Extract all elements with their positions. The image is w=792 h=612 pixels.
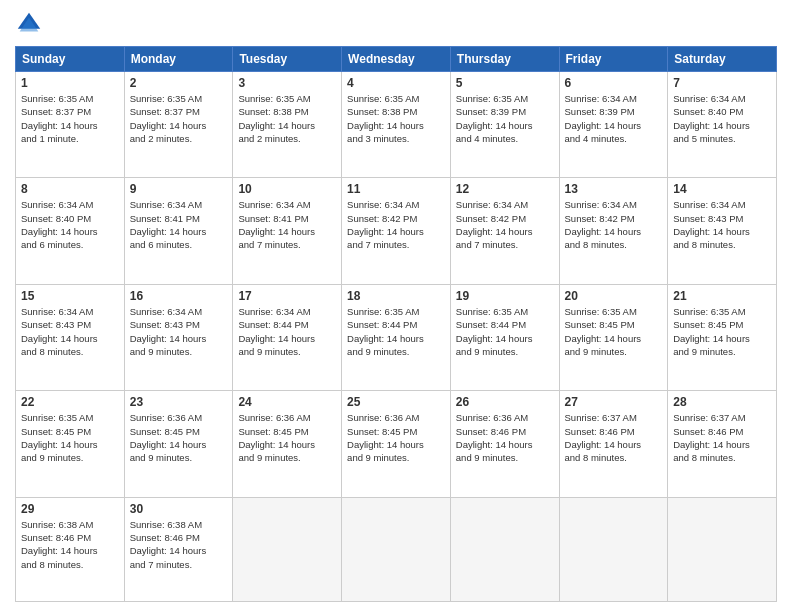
calendar-day-cell bbox=[450, 497, 559, 601]
calendar-week-row: 22Sunrise: 6:35 AM Sunset: 8:45 PM Dayli… bbox=[16, 391, 777, 497]
calendar-header-friday: Friday bbox=[559, 47, 668, 72]
day-number: 23 bbox=[130, 395, 228, 409]
day-number: 5 bbox=[456, 76, 554, 90]
calendar-week-row: 1Sunrise: 6:35 AM Sunset: 8:37 PM Daylig… bbox=[16, 72, 777, 178]
day-info: Sunrise: 6:36 AM Sunset: 8:45 PM Dayligh… bbox=[347, 411, 445, 464]
calendar-day-cell: 26Sunrise: 6:36 AM Sunset: 8:46 PM Dayli… bbox=[450, 391, 559, 497]
calendar-week-row: 15Sunrise: 6:34 AM Sunset: 8:43 PM Dayli… bbox=[16, 284, 777, 390]
day-info: Sunrise: 6:38 AM Sunset: 8:46 PM Dayligh… bbox=[130, 518, 228, 571]
calendar-day-cell: 19Sunrise: 6:35 AM Sunset: 8:44 PM Dayli… bbox=[450, 284, 559, 390]
calendar-day-cell: 29Sunrise: 6:38 AM Sunset: 8:46 PM Dayli… bbox=[16, 497, 125, 601]
day-info: Sunrise: 6:38 AM Sunset: 8:46 PM Dayligh… bbox=[21, 518, 119, 571]
day-number: 2 bbox=[130, 76, 228, 90]
calendar-day-cell: 2Sunrise: 6:35 AM Sunset: 8:37 PM Daylig… bbox=[124, 72, 233, 178]
day-number: 22 bbox=[21, 395, 119, 409]
day-info: Sunrise: 6:34 AM Sunset: 8:43 PM Dayligh… bbox=[673, 198, 771, 251]
calendar-day-cell: 15Sunrise: 6:34 AM Sunset: 8:43 PM Dayli… bbox=[16, 284, 125, 390]
logo-icon bbox=[15, 10, 43, 38]
calendar-header-row: SundayMondayTuesdayWednesdayThursdayFrid… bbox=[16, 47, 777, 72]
day-number: 9 bbox=[130, 182, 228, 196]
calendar-day-cell: 14Sunrise: 6:34 AM Sunset: 8:43 PM Dayli… bbox=[668, 178, 777, 284]
day-info: Sunrise: 6:35 AM Sunset: 8:45 PM Dayligh… bbox=[21, 411, 119, 464]
day-number: 16 bbox=[130, 289, 228, 303]
day-info: Sunrise: 6:34 AM Sunset: 8:41 PM Dayligh… bbox=[238, 198, 336, 251]
calendar-day-cell: 7Sunrise: 6:34 AM Sunset: 8:40 PM Daylig… bbox=[668, 72, 777, 178]
calendar-header-tuesday: Tuesday bbox=[233, 47, 342, 72]
calendar-day-cell: 16Sunrise: 6:34 AM Sunset: 8:43 PM Dayli… bbox=[124, 284, 233, 390]
day-number: 27 bbox=[565, 395, 663, 409]
calendar-day-cell: 23Sunrise: 6:36 AM Sunset: 8:45 PM Dayli… bbox=[124, 391, 233, 497]
calendar-day-cell: 9Sunrise: 6:34 AM Sunset: 8:41 PM Daylig… bbox=[124, 178, 233, 284]
day-info: Sunrise: 6:35 AM Sunset: 8:37 PM Dayligh… bbox=[21, 92, 119, 145]
day-info: Sunrise: 6:35 AM Sunset: 8:44 PM Dayligh… bbox=[456, 305, 554, 358]
day-info: Sunrise: 6:36 AM Sunset: 8:45 PM Dayligh… bbox=[130, 411, 228, 464]
calendar-day-cell: 25Sunrise: 6:36 AM Sunset: 8:45 PM Dayli… bbox=[342, 391, 451, 497]
calendar-day-cell: 24Sunrise: 6:36 AM Sunset: 8:45 PM Dayli… bbox=[233, 391, 342, 497]
day-number: 12 bbox=[456, 182, 554, 196]
day-number: 18 bbox=[347, 289, 445, 303]
day-info: Sunrise: 6:34 AM Sunset: 8:41 PM Dayligh… bbox=[130, 198, 228, 251]
day-number: 20 bbox=[565, 289, 663, 303]
day-info: Sunrise: 6:34 AM Sunset: 8:40 PM Dayligh… bbox=[21, 198, 119, 251]
calendar-day-cell: 5Sunrise: 6:35 AM Sunset: 8:39 PM Daylig… bbox=[450, 72, 559, 178]
day-number: 25 bbox=[347, 395, 445, 409]
calendar-header-thursday: Thursday bbox=[450, 47, 559, 72]
day-number: 15 bbox=[21, 289, 119, 303]
day-number: 24 bbox=[238, 395, 336, 409]
calendar-day-cell: 1Sunrise: 6:35 AM Sunset: 8:37 PM Daylig… bbox=[16, 72, 125, 178]
calendar-day-cell: 3Sunrise: 6:35 AM Sunset: 8:38 PM Daylig… bbox=[233, 72, 342, 178]
day-info: Sunrise: 6:34 AM Sunset: 8:43 PM Dayligh… bbox=[21, 305, 119, 358]
day-info: Sunrise: 6:35 AM Sunset: 8:38 PM Dayligh… bbox=[347, 92, 445, 145]
day-number: 13 bbox=[565, 182, 663, 196]
day-info: Sunrise: 6:35 AM Sunset: 8:39 PM Dayligh… bbox=[456, 92, 554, 145]
calendar-day-cell: 4Sunrise: 6:35 AM Sunset: 8:38 PM Daylig… bbox=[342, 72, 451, 178]
calendar-day-cell: 13Sunrise: 6:34 AM Sunset: 8:42 PM Dayli… bbox=[559, 178, 668, 284]
day-info: Sunrise: 6:34 AM Sunset: 8:42 PM Dayligh… bbox=[456, 198, 554, 251]
page: SundayMondayTuesdayWednesdayThursdayFrid… bbox=[0, 0, 792, 612]
calendar-day-cell: 10Sunrise: 6:34 AM Sunset: 8:41 PM Dayli… bbox=[233, 178, 342, 284]
calendar-day-cell: 12Sunrise: 6:34 AM Sunset: 8:42 PM Dayli… bbox=[450, 178, 559, 284]
calendar-header-monday: Monday bbox=[124, 47, 233, 72]
calendar-day-cell bbox=[559, 497, 668, 601]
day-info: Sunrise: 6:37 AM Sunset: 8:46 PM Dayligh… bbox=[565, 411, 663, 464]
day-number: 19 bbox=[456, 289, 554, 303]
day-info: Sunrise: 6:36 AM Sunset: 8:45 PM Dayligh… bbox=[238, 411, 336, 464]
calendar-day-cell: 6Sunrise: 6:34 AM Sunset: 8:39 PM Daylig… bbox=[559, 72, 668, 178]
day-number: 10 bbox=[238, 182, 336, 196]
calendar-day-cell bbox=[233, 497, 342, 601]
day-info: Sunrise: 6:36 AM Sunset: 8:46 PM Dayligh… bbox=[456, 411, 554, 464]
day-info: Sunrise: 6:37 AM Sunset: 8:46 PM Dayligh… bbox=[673, 411, 771, 464]
calendar-day-cell: 30Sunrise: 6:38 AM Sunset: 8:46 PM Dayli… bbox=[124, 497, 233, 601]
day-number: 14 bbox=[673, 182, 771, 196]
day-number: 30 bbox=[130, 502, 228, 516]
calendar-header-wednesday: Wednesday bbox=[342, 47, 451, 72]
calendar-week-row: 8Sunrise: 6:34 AM Sunset: 8:40 PM Daylig… bbox=[16, 178, 777, 284]
calendar-day-cell: 27Sunrise: 6:37 AM Sunset: 8:46 PM Dayli… bbox=[559, 391, 668, 497]
calendar-day-cell: 20Sunrise: 6:35 AM Sunset: 8:45 PM Dayli… bbox=[559, 284, 668, 390]
day-number: 4 bbox=[347, 76, 445, 90]
day-number: 11 bbox=[347, 182, 445, 196]
day-info: Sunrise: 6:34 AM Sunset: 8:42 PM Dayligh… bbox=[565, 198, 663, 251]
calendar-day-cell: 22Sunrise: 6:35 AM Sunset: 8:45 PM Dayli… bbox=[16, 391, 125, 497]
day-number: 7 bbox=[673, 76, 771, 90]
header bbox=[15, 10, 777, 38]
calendar-table: SundayMondayTuesdayWednesdayThursdayFrid… bbox=[15, 46, 777, 602]
calendar-header-sunday: Sunday bbox=[16, 47, 125, 72]
day-number: 28 bbox=[673, 395, 771, 409]
calendar-day-cell bbox=[668, 497, 777, 601]
day-info: Sunrise: 6:34 AM Sunset: 8:43 PM Dayligh… bbox=[130, 305, 228, 358]
day-number: 8 bbox=[21, 182, 119, 196]
logo bbox=[15, 10, 47, 38]
calendar-day-cell: 17Sunrise: 6:34 AM Sunset: 8:44 PM Dayli… bbox=[233, 284, 342, 390]
day-number: 21 bbox=[673, 289, 771, 303]
day-info: Sunrise: 6:34 AM Sunset: 8:44 PM Dayligh… bbox=[238, 305, 336, 358]
calendar-week-row: 29Sunrise: 6:38 AM Sunset: 8:46 PM Dayli… bbox=[16, 497, 777, 601]
day-number: 1 bbox=[21, 76, 119, 90]
day-number: 26 bbox=[456, 395, 554, 409]
calendar-day-cell: 21Sunrise: 6:35 AM Sunset: 8:45 PM Dayli… bbox=[668, 284, 777, 390]
day-info: Sunrise: 6:34 AM Sunset: 8:39 PM Dayligh… bbox=[565, 92, 663, 145]
day-info: Sunrise: 6:35 AM Sunset: 8:38 PM Dayligh… bbox=[238, 92, 336, 145]
day-number: 6 bbox=[565, 76, 663, 90]
day-info: Sunrise: 6:35 AM Sunset: 8:45 PM Dayligh… bbox=[673, 305, 771, 358]
day-number: 29 bbox=[21, 502, 119, 516]
